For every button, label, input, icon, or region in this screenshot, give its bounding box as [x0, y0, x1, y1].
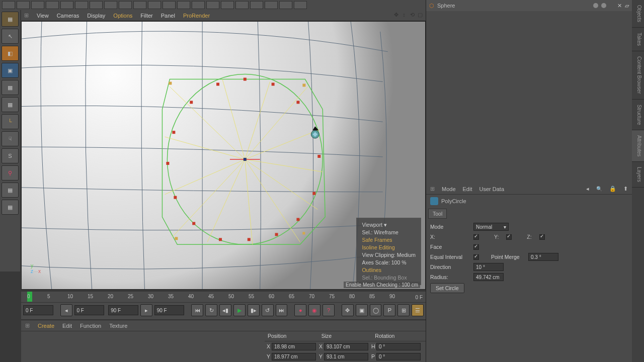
toolbar-btn[interactable] [104, 1, 117, 9]
tool-tab[interactable]: Tool [428, 209, 447, 219]
param-key-icon[interactable]: P [383, 304, 395, 316]
toolbar-btn[interactable] [279, 1, 292, 9]
toolbar-btn[interactable] [177, 1, 190, 9]
sidetab-layers[interactable]: Layers [632, 162, 644, 188]
tag2-icon[interactable]: ▱ [625, 3, 629, 9]
y-checkbox[interactable] [506, 234, 512, 240]
x-checkbox[interactable] [473, 234, 479, 240]
tab-texture[interactable]: Texture [109, 323, 127, 329]
toolbar-btn[interactable] [46, 1, 59, 9]
up-icon[interactable]: ⬆ [623, 186, 628, 192]
tool-cube[interactable]: ▦ [2, 12, 19, 27]
move-key-icon[interactable]: ✥ [342, 304, 354, 316]
sidetab-attributes[interactable]: Attributes [632, 130, 644, 162]
radius-input[interactable]: 49.742 cm [473, 273, 504, 281]
sidetab-content[interactable]: Content Browser [632, 51, 644, 99]
toolbar-btn[interactable] [75, 1, 88, 9]
toolbar-btn[interactable] [17, 1, 30, 9]
pos-x[interactable]: 18.98 cm [272, 343, 316, 350]
tool-grid-b[interactable]: ▦ [2, 200, 19, 215]
sidetab-objects[interactable]: Objects [632, 0, 644, 28]
attr-edit[interactable]: Edit [463, 186, 472, 192]
toolbar-btn[interactable] [60, 1, 73, 9]
play-icon[interactable]: ▶ [233, 304, 246, 316]
tag-icon[interactable]: ✕ [617, 3, 622, 9]
direction-input[interactable]: 10 ° [473, 263, 504, 271]
scale-key-icon[interactable]: ▣ [356, 304, 368, 316]
menu-key-icon[interactable]: ☰ [412, 304, 424, 316]
pos-y[interactable]: 18.977 cm [272, 353, 316, 360]
toolbar-btn[interactable] [192, 1, 205, 9]
face-checkbox[interactable] [473, 244, 479, 250]
rot-p[interactable]: 0 ° [376, 353, 421, 360]
toolbar-btn[interactable] [163, 1, 176, 9]
back-icon[interactable]: ◂ [586, 186, 589, 192]
timeline-ruler[interactable]: 0510152025303540455055606570758085900 F [21, 292, 426, 303]
step-fwd-icon[interactable]: ▮▸ [248, 304, 260, 316]
tool-grid-a[interactable]: ▦ [2, 183, 19, 198]
toolbar-btn[interactable] [133, 1, 146, 9]
toolbar-btn[interactable] [221, 1, 234, 9]
tool-layers[interactable]: ◧ [2, 46, 19, 61]
lock-icon[interactable]: 🔒 [609, 186, 616, 192]
tool-snap-s[interactable]: S [2, 148, 19, 163]
range-end[interactable]: 90 F [108, 305, 138, 315]
loop-icon[interactable]: ↻ [205, 304, 217, 316]
mode-select[interactable]: Normal▾ [473, 223, 509, 231]
max-icon[interactable]: ▢ [417, 11, 424, 18]
toolbar-btn[interactable] [235, 1, 249, 9]
menu-display[interactable]: Display [87, 13, 105, 19]
vis-editor-icon[interactable] [593, 3, 598, 8]
rot-key-icon[interactable]: ◯ [370, 304, 382, 316]
toolbar-btn[interactable] [31, 1, 44, 9]
toolbar-btn[interactable] [148, 1, 161, 9]
pan-icon[interactable]: ✥ [392, 11, 399, 18]
size-x[interactable]: 93.107 cm [324, 343, 368, 350]
toolbar-btn[interactable] [294, 1, 307, 9]
tool-cursor[interactable]: ↖ [2, 29, 19, 44]
attr-mode[interactable]: Mode [442, 186, 456, 192]
menu-view[interactable]: View [37, 13, 49, 19]
sidetab-structure[interactable]: Structure [632, 100, 644, 131]
toolbar-btn[interactable] [90, 1, 103, 9]
step-back-icon[interactable]: ◂▮ [219, 304, 231, 316]
viewport[interactable]: yz—x Viewport ▾ Sel.: Wireframe Safe Fra… [21, 21, 426, 290]
toolbar-btn[interactable] [265, 1, 278, 9]
menu-options[interactable]: Options [113, 13, 132, 19]
menu-cameras[interactable]: Cameras [57, 13, 79, 19]
toolbar-btn[interactable] [206, 1, 219, 9]
pla-key-icon[interactable]: ⊞ [397, 304, 410, 316]
goto-start-icon[interactable]: ⏮ [191, 304, 203, 316]
tab-edit[interactable]: Edit [62, 323, 72, 329]
set-circle-button[interactable]: Set Circle [430, 283, 464, 293]
object-row-sphere[interactable]: ⬡ Sphere ✕ ▱ [426, 0, 632, 11]
tool-axis[interactable]: └ [2, 114, 19, 129]
slide-right-icon[interactable]: ▸ [140, 304, 152, 316]
pointmerge-input[interactable]: 0.3 ° [528, 253, 558, 261]
toolbar-btn[interactable] [119, 1, 132, 9]
zoom-icon[interactable]: ↕ [400, 11, 408, 18]
tool-polys[interactable]: ▦ [2, 97, 19, 112]
menu-panel[interactable]: Panel [161, 13, 175, 19]
record-icon[interactable]: ● [294, 304, 306, 316]
frame-end[interactable]: 90 F [154, 305, 185, 315]
rot-h[interactable]: 0 ° [376, 343, 421, 350]
hud-viewport[interactable]: Viewport ▾ [362, 221, 416, 229]
slide-left-icon[interactable]: ◂ [60, 304, 72, 316]
toolbar-btn[interactable] [250, 1, 263, 9]
range-start[interactable]: 0 F [74, 305, 105, 315]
sidetab-takes[interactable]: Takes [632, 28, 644, 51]
size-y[interactable]: 93.1 cm [324, 353, 368, 360]
orbit-icon[interactable]: ⟲ [409, 11, 416, 18]
tab-create[interactable]: Create [38, 323, 54, 329]
menu-prorender[interactable]: ProRender [183, 13, 210, 19]
menu-filter[interactable]: Filter [140, 13, 152, 19]
goto-end-icon[interactable]: ⏭ [276, 304, 288, 316]
tool-magnet[interactable]: ⚲ [2, 165, 19, 180]
attr-userdata[interactable]: User Data [479, 186, 505, 192]
eq-checkbox[interactable] [473, 254, 479, 260]
keyopt-icon[interactable]: ? [323, 304, 335, 316]
autokey-icon[interactable]: ◉ [308, 304, 320, 316]
toolbar-btn[interactable] [2, 1, 15, 9]
z-checkbox[interactable] [539, 234, 545, 240]
